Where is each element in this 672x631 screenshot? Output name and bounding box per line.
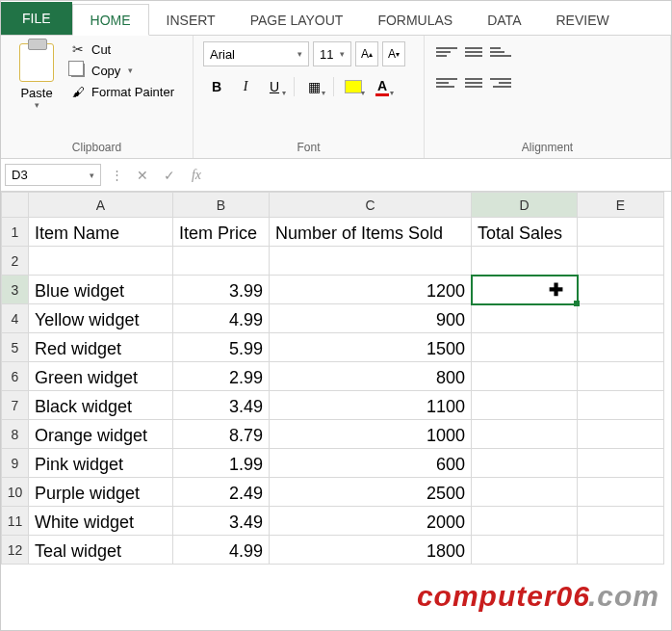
cell-C7[interactable]: 1100 <box>270 391 472 420</box>
cell-B2[interactable] <box>173 247 270 276</box>
cell-C12[interactable]: 1800 <box>270 536 472 565</box>
cell-E3[interactable] <box>578 276 664 304</box>
italic-button[interactable]: I <box>232 74 259 99</box>
align-center-button[interactable] <box>461 72 486 93</box>
cell-C8[interactable]: 1000 <box>270 420 472 449</box>
tab-file[interactable]: FILE <box>1 2 72 35</box>
font-color-button[interactable]: A▾ <box>369 74 396 99</box>
font-size-select[interactable]: 11 ▾ <box>313 41 351 66</box>
cell-E11[interactable] <box>578 507 664 536</box>
cell-D8[interactable] <box>472 420 578 449</box>
cell-D10[interactable] <box>472 478 578 507</box>
chevron-down-icon[interactable]: ▾ <box>128 66 133 75</box>
cell-E4[interactable] <box>578 304 664 333</box>
row-header[interactable]: 1 <box>2 218 29 247</box>
decrease-font-button[interactable]: A▾ <box>382 41 405 66</box>
formula-input[interactable] <box>210 172 671 178</box>
cell-C6[interactable]: 800 <box>270 362 472 391</box>
cell-D2[interactable] <box>472 247 578 276</box>
cell-E7[interactable] <box>578 391 664 420</box>
cell-D6[interactable] <box>472 362 578 391</box>
fx-button[interactable]: fx <box>183 168 210 183</box>
cell-D7[interactable] <box>472 391 578 420</box>
row-header[interactable]: 4 <box>2 304 29 333</box>
select-all-corner[interactable] <box>2 193 29 218</box>
align-right-button[interactable] <box>488 72 513 93</box>
cell-B5[interactable]: 5.99 <box>173 333 270 362</box>
cell-A4[interactable]: Yellow widget <box>29 304 173 333</box>
cell-A9[interactable]: Pink widget <box>29 449 173 478</box>
row-header[interactable]: 2 <box>2 247 29 276</box>
chevron-down-icon[interactable]: ▾ <box>35 100 39 110</box>
align-bottom-button[interactable] <box>488 41 513 63</box>
cell-B6[interactable]: 2.99 <box>173 362 270 391</box>
cell-A7[interactable]: Black widget <box>29 391 173 420</box>
row-header[interactable]: 10 <box>2 478 29 507</box>
cell-A12[interactable]: Teal widget <box>29 536 173 565</box>
copy-button[interactable]: Copy ▾ <box>70 63 174 78</box>
underline-button[interactable]: U▾ <box>261 74 288 99</box>
bold-button[interactable]: B <box>203 74 230 99</box>
row-header[interactable]: 9 <box>2 449 29 478</box>
cell-B10[interactable]: 2.49 <box>173 478 270 507</box>
cell-E2[interactable] <box>578 247 664 276</box>
cut-button[interactable]: Cut <box>70 41 174 57</box>
col-header-A[interactable]: A <box>29 193 173 218</box>
col-header-E[interactable]: E <box>578 193 664 218</box>
name-box[interactable]: D3 ▾ <box>5 164 101 186</box>
accept-formula-button[interactable]: ✓ <box>156 168 183 183</box>
spreadsheet-grid[interactable]: A B C D E 1Item NameItem PriceNumber of … <box>1 192 671 565</box>
cell-A5[interactable]: Red widget <box>29 333 173 362</box>
tab-formulas[interactable]: FORMULAS <box>360 5 470 35</box>
cell-E10[interactable] <box>578 478 664 507</box>
cell-A3[interactable]: Blue widget <box>29 276 173 304</box>
row-header[interactable]: 7 <box>2 391 29 420</box>
cancel-formula-button[interactable]: ✕ <box>129 168 156 183</box>
align-top-button[interactable] <box>434 41 459 63</box>
cell-E9[interactable] <box>578 449 664 478</box>
align-middle-button[interactable] <box>461 41 486 63</box>
cell-A8[interactable]: Orange widget <box>29 420 173 449</box>
tab-review[interactable]: REVIEW <box>538 5 626 35</box>
cell-C3[interactable]: 1200 <box>270 276 472 304</box>
paste-button[interactable]: Paste ▾ <box>11 41 63 110</box>
cell-D12[interactable] <box>472 536 578 565</box>
cell-B12[interactable]: 4.99 <box>173 536 270 565</box>
tab-data[interactable]: DATA <box>470 5 538 35</box>
cell-E5[interactable] <box>578 333 664 362</box>
row-header[interactable]: 12 <box>2 536 29 565</box>
cell-B8[interactable]: 8.79 <box>173 420 270 449</box>
cell-A10[interactable]: Purple widget <box>29 478 173 507</box>
cell-B7[interactable]: 3.49 <box>173 391 270 420</box>
cell-D9[interactable] <box>472 449 578 478</box>
cell-E8[interactable] <box>578 420 664 449</box>
cell-C10[interactable]: 2500 <box>270 478 472 507</box>
cell-D3[interactable]: ✚ <box>472 276 578 304</box>
cell-D11[interactable] <box>472 507 578 536</box>
tab-home[interactable]: HOME <box>72 4 149 36</box>
cell-E6[interactable] <box>578 362 664 391</box>
format-painter-button[interactable]: Format Painter <box>70 84 174 99</box>
row-header[interactable]: 8 <box>2 420 29 449</box>
cell-C9[interactable]: 600 <box>270 449 472 478</box>
tab-insert[interactable]: INSERT <box>149 5 233 35</box>
border-button[interactable]: ▾ <box>300 74 327 99</box>
cell-A1[interactable]: Item Name <box>29 218 173 247</box>
cell-B4[interactable]: 4.99 <box>173 304 270 333</box>
font-name-select[interactable]: Arial ▾ <box>203 41 309 66</box>
col-header-D[interactable]: D <box>472 193 578 218</box>
cell-E1[interactable] <box>578 218 664 247</box>
tab-page-layout[interactable]: PAGE LAYOUT <box>233 5 361 35</box>
cell-C1[interactable]: Number of Items Sold <box>270 218 472 247</box>
cell-C5[interactable]: 1500 <box>270 333 472 362</box>
cell-B3[interactable]: 3.99 <box>173 276 270 304</box>
increase-font-button[interactable]: A▴ <box>355 41 378 66</box>
cell-A6[interactable]: Green widget <box>29 362 173 391</box>
col-header-C[interactable]: C <box>270 193 472 218</box>
cell-A11[interactable]: White widget <box>29 507 173 536</box>
col-header-B[interactable]: B <box>173 193 270 218</box>
cell-C2[interactable] <box>270 247 472 276</box>
cell-B11[interactable]: 3.49 <box>173 507 270 536</box>
cell-D1[interactable]: Total Sales <box>472 218 578 247</box>
cell-E12[interactable] <box>578 536 664 565</box>
